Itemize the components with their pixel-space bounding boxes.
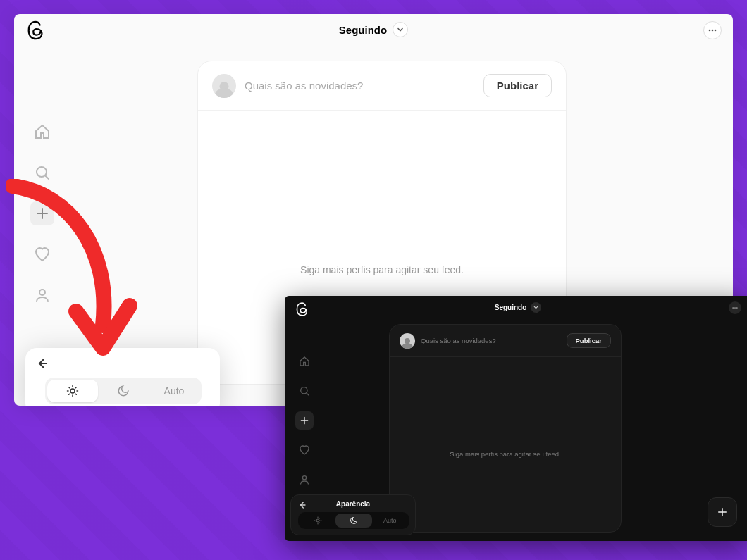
search-icon[interactable] xyxy=(295,382,314,400)
svg-point-11 xyxy=(316,519,319,522)
light-composer[interactable]: Quais são as novidades? Publicar xyxy=(198,61,566,111)
svg-point-5 xyxy=(70,389,75,393)
empty-feed-text: Siga mais perfis para agitar seu feed. xyxy=(390,450,621,458)
svg-point-1 xyxy=(712,30,714,32)
profile-icon[interactable] xyxy=(30,283,54,307)
profile-icon[interactable] xyxy=(295,471,314,489)
empty-feed-text: Siga mais perfis para agitar seu feed. xyxy=(198,264,566,275)
home-icon[interactable] xyxy=(30,120,54,144)
svg-point-8 xyxy=(736,307,738,309)
dark-topbar: Seguindo xyxy=(285,296,747,318)
light-sidebar xyxy=(21,120,63,307)
create-icon[interactable] xyxy=(30,201,54,225)
threads-dark-panel: Seguindo Quais são as novidades? Publica… xyxy=(285,296,747,541)
svg-point-7 xyxy=(734,307,736,309)
heart-icon[interactable] xyxy=(30,242,54,266)
composer-placeholder[interactable]: Quais são as novidades? xyxy=(245,80,483,92)
avatar-icon xyxy=(400,333,415,349)
appearance-segmented-control: Auto xyxy=(298,512,409,529)
sun-icon xyxy=(314,516,322,525)
feed-tab-chevron-down-icon[interactable] xyxy=(531,302,541,313)
appearance-option-light[interactable] xyxy=(47,380,98,402)
feed-tab-chevron-down-icon[interactable] xyxy=(393,22,408,37)
threads-logo-icon[interactable] xyxy=(25,20,47,41)
more-menu-button[interactable] xyxy=(703,21,722,39)
appearance-option-dark[interactable] xyxy=(335,514,371,528)
feed-tab-label[interactable]: Seguindo xyxy=(339,24,387,36)
back-arrow-icon[interactable] xyxy=(34,355,51,372)
moon-icon xyxy=(117,385,130,397)
light-topbar: Seguindo xyxy=(14,14,733,45)
dark-composer[interactable]: Quais são as novidades? Publicar xyxy=(390,325,621,357)
svg-point-6 xyxy=(732,307,734,309)
publish-button[interactable]: Publicar xyxy=(567,333,612,348)
appearance-segmented-control: Auto xyxy=(45,378,202,404)
sun-icon xyxy=(66,385,79,397)
search-icon[interactable] xyxy=(30,161,54,185)
appearance-popover-light: Auto xyxy=(25,348,220,406)
home-icon[interactable] xyxy=(295,352,314,371)
svg-point-4 xyxy=(39,290,45,295)
dark-sidebar xyxy=(292,352,317,489)
threads-logo-icon[interactable] xyxy=(295,301,310,317)
moon-icon xyxy=(350,516,358,525)
dark-feed-card: Quais são as novidades? Publicar Siga ma… xyxy=(389,324,622,533)
appearance-option-light[interactable] xyxy=(300,514,335,528)
avatar-icon xyxy=(212,74,236,98)
appearance-option-auto[interactable]: Auto xyxy=(149,380,199,402)
appearance-title: Aparência xyxy=(291,500,415,508)
svg-point-0 xyxy=(709,30,711,32)
more-menu-button[interactable] xyxy=(729,301,741,314)
publish-button[interactable]: Publicar xyxy=(483,74,552,97)
composer-placeholder[interactable]: Quais são as novidades? xyxy=(421,337,567,344)
compose-fab-button[interactable] xyxy=(708,497,737,527)
svg-point-10 xyxy=(302,476,306,480)
svg-point-2 xyxy=(715,30,717,32)
feed-tab-label[interactable]: Seguindo xyxy=(495,304,527,311)
appearance-option-dark[interactable] xyxy=(98,380,149,402)
create-icon[interactable] xyxy=(295,411,314,430)
heart-icon[interactable] xyxy=(295,441,314,459)
appearance-popover-dark: Aparência Auto xyxy=(290,494,416,535)
appearance-option-auto[interactable]: Auto xyxy=(372,514,408,528)
